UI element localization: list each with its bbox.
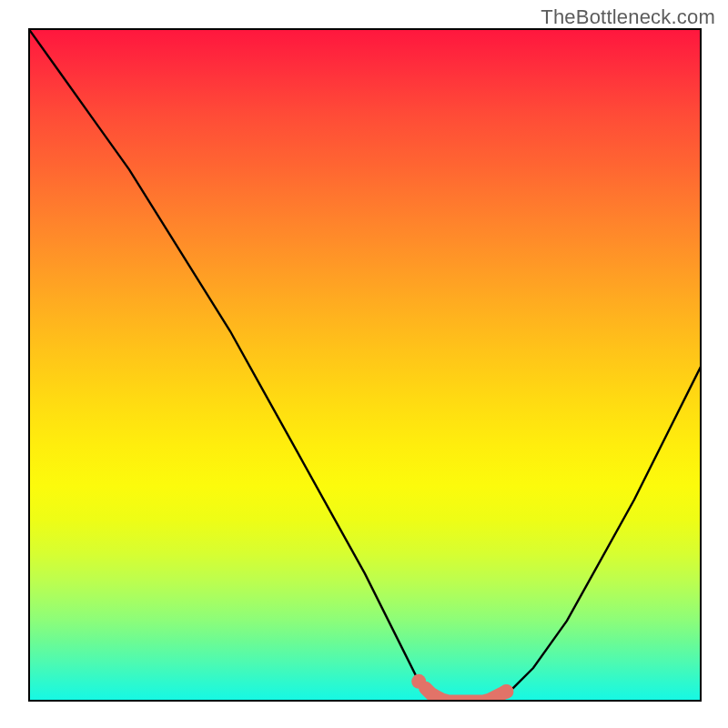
svg-point-1 [499,684,513,699]
watermark-text: TheBottleneck.com [541,5,715,29]
bottleneck-chart [28,28,702,702]
optimal-range-markers [411,674,513,702]
chart-svg [28,28,702,702]
bottleneck-curve-path [28,28,702,702]
